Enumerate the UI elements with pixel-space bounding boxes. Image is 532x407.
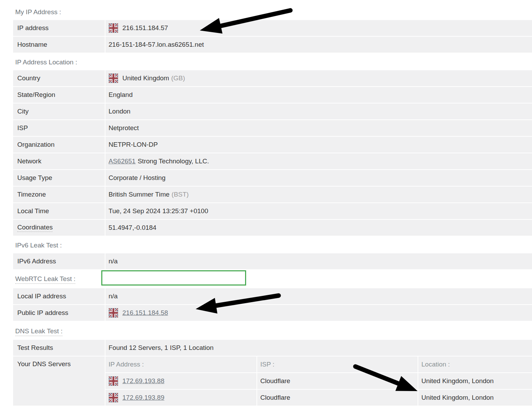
row-label-cell: Coordinates bbox=[13, 220, 105, 236]
dns-server-location-cell: United Kingdom, London bbox=[418, 390, 532, 406]
hostname-value: 216-151-184-57.lon.as62651.net bbox=[109, 41, 204, 48]
row-value-cell: n/a bbox=[105, 288, 532, 304]
section-title-dns: DNS Leak Test : bbox=[15, 327, 63, 336]
section-title-ipv6: IPv6 Leak Test : bbox=[15, 241, 532, 250]
local-ip-value: n/a bbox=[109, 292, 118, 300]
row-test-results: Test Results Found 12 Servers, 1 ISP, 1 … bbox=[13, 340, 532, 356]
uk-flag-icon bbox=[109, 73, 118, 83]
dns-server-isp: Cloudflare bbox=[260, 394, 290, 401]
dns-col-header-isp: ISP : bbox=[260, 361, 274, 368]
row-value-cell: AS62651 Strong Technology, LLC. bbox=[105, 153, 532, 169]
timezone-abbr: (BST) bbox=[171, 191, 189, 198]
row-ip-address: IP address 216.151.184.57 bbox=[13, 20, 532, 36]
row-value-cell: Found 12 Servers, 1 ISP, 1 Location bbox=[105, 340, 532, 356]
dns-server-location: United Kingdom, London bbox=[421, 377, 494, 385]
public-ip-link[interactable]: 216.151.184.58 bbox=[122, 309, 168, 317]
dns-server-row: 172.69.193.89 Cloudflare United Kingdom,… bbox=[105, 390, 532, 406]
row-label-cell: City bbox=[13, 103, 105, 119]
row-value-cell: 216.151.184.58 bbox=[105, 305, 532, 321]
dns-server-ip-cell: 172.69.193.89 bbox=[105, 390, 256, 406]
webrtc-section-band: WebRTC Leak Test : bbox=[13, 270, 532, 288]
dns-server-location: United Kingdom, London bbox=[421, 394, 494, 401]
dns-col-header-cell: Location : bbox=[418, 356, 532, 372]
city-value: London bbox=[109, 108, 130, 115]
dns-server-ip-cell: 172.69.193.88 bbox=[105, 373, 256, 389]
dns-server-isp-cell: Cloudflare bbox=[257, 390, 418, 406]
row-label: Test Results bbox=[17, 344, 53, 352]
row-label: Local Time bbox=[17, 207, 49, 215]
row-public-ip: Public IP address 216.151.184.58 bbox=[13, 305, 532, 321]
row-label: Country bbox=[17, 74, 40, 82]
dns-server-isp: Cloudflare bbox=[260, 377, 290, 385]
row-label-cell: State/Region bbox=[13, 87, 105, 103]
row-label-cell: Local Time bbox=[13, 203, 105, 219]
row-local-ip: Local IP address n/a bbox=[13, 288, 532, 304]
test-results-value: Found 12 Servers, 1 ISP, 1 Location bbox=[109, 344, 214, 352]
dns-servers-subtable: IP Address : ISP : Location : 172.69.193… bbox=[105, 356, 532, 406]
row-value-cell: 216-151-184-57.lon.as62651.net bbox=[105, 37, 532, 53]
dns-col-header-ip: IP Address : bbox=[109, 361, 144, 368]
coordinates-label-tooltip: Coordinates bbox=[17, 224, 53, 232]
row-label: Hostname bbox=[17, 41, 47, 48]
row-hostname: Hostname 216-151-184-57.lon.as62651.net bbox=[13, 37, 532, 53]
organization-value: NETPR-LON-DP bbox=[109, 141, 158, 148]
row-value-cell: England bbox=[105, 87, 532, 103]
section-title-ip-location: IP Address Location : bbox=[15, 58, 532, 66]
row-value-cell: United Kingdom (GB) bbox=[105, 70, 532, 86]
row-label: Network bbox=[17, 157, 41, 165]
row-value-cell: London bbox=[105, 103, 532, 119]
row-label: IPv6 Address bbox=[17, 257, 56, 265]
row-label-cell: Timezone bbox=[13, 187, 105, 202]
dns-server-row: 172.69.193.88 Cloudflare United Kingdom,… bbox=[105, 373, 532, 389]
row-value-cell: n/a bbox=[105, 253, 532, 269]
coordinates-value: 51.4947,-0.0184 bbox=[109, 224, 156, 232]
section-title-webrtc: WebRTC Leak Test : bbox=[15, 275, 75, 284]
dns-col-header-location: Location : bbox=[421, 361, 450, 368]
row-label: Local IP address bbox=[17, 292, 66, 300]
row-value-cell: 216.151.184.57 bbox=[105, 20, 532, 36]
dns-server-ip-link[interactable]: 172.69.193.89 bbox=[122, 394, 165, 401]
row-value-cell: Corporate / Hosting bbox=[105, 170, 532, 186]
row-ipv6-address: IPv6 Address n/a bbox=[13, 253, 532, 269]
row-label-cell: Usage Type bbox=[13, 170, 105, 186]
row-city: City London bbox=[13, 103, 532, 119]
row-network: Network AS62651 Strong Technology, LLC. bbox=[13, 153, 532, 169]
network-name-value: Strong Technology, LLC. bbox=[138, 157, 209, 165]
usage-type-value: Corporate / Hosting bbox=[109, 174, 166, 182]
uk-flag-icon bbox=[109, 393, 118, 403]
row-label: ISP bbox=[17, 124, 28, 132]
row-coordinates: Coordinates 51.4947,-0.0184 bbox=[13, 220, 532, 236]
uk-flag-icon bbox=[109, 308, 118, 318]
row-label-cell: Country bbox=[13, 70, 105, 86]
isp-value: Netprotect bbox=[109, 124, 139, 132]
row-dns-servers: Your DNS Servers IP Address : ISP : Loca… bbox=[13, 356, 532, 406]
local-time-value: Tue, 24 Sep 2024 13:25:37 +0100 bbox=[109, 207, 208, 215]
dns-subheader-row: IP Address : ISP : Location : bbox=[105, 356, 532, 372]
ip-address-value: 216.151.184.57 bbox=[122, 24, 168, 32]
country-value: United Kingdom bbox=[122, 74, 169, 82]
dns-server-isp-cell: Cloudflare bbox=[257, 373, 418, 389]
row-value-cell: British Summer Time (BST) bbox=[105, 187, 532, 202]
asn-link[interactable]: AS62651 bbox=[109, 157, 136, 165]
dns-col-header-cell: IP Address : bbox=[105, 356, 256, 372]
row-local-time: Local Time Tue, 24 Sep 2024 13:25:37 +01… bbox=[13, 203, 532, 219]
row-state-region: State/Region England bbox=[13, 87, 532, 103]
row-value-cell: Netprotect bbox=[105, 120, 532, 136]
row-value-cell: Tue, 24 Sep 2024 13:25:37 +0100 bbox=[105, 203, 532, 219]
row-usage-type: Usage Type Corporate / Hosting bbox=[13, 170, 532, 186]
row-label: City bbox=[17, 108, 29, 115]
row-label: State/Region bbox=[17, 91, 55, 99]
row-label: Usage Type bbox=[17, 174, 52, 182]
dns-server-ip-link[interactable]: 172.69.193.88 bbox=[122, 377, 165, 385]
uk-flag-icon bbox=[109, 23, 118, 33]
row-label: Organization bbox=[17, 141, 55, 148]
row-value-cell: 51.4947,-0.0184 bbox=[105, 220, 532, 236]
row-label-cell: IPv6 Address bbox=[13, 253, 105, 269]
row-label-cell: IP address bbox=[13, 20, 105, 36]
section-title-my-ip: My IP Address : bbox=[15, 8, 532, 16]
row-label: Timezone bbox=[17, 191, 46, 198]
timezone-value: British Summer Time bbox=[109, 191, 169, 198]
row-timezone: Timezone British Summer Time (BST) bbox=[13, 187, 532, 202]
dns-col-header-cell: ISP : bbox=[257, 356, 418, 372]
state-region-value: England bbox=[109, 91, 133, 99]
